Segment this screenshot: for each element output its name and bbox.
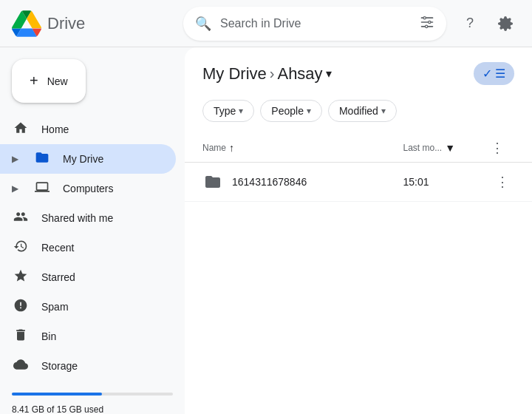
col-name: Name ↑ <box>185 134 385 163</box>
sidebar-item-my-drive[interactable]: ▶ My Drive <box>0 144 176 174</box>
col-actions: ⋮ <box>473 134 532 163</box>
sidebar-item-label: Computers <box>63 183 113 194</box>
drive-logo-icon <box>12 10 41 37</box>
spam-icon <box>12 298 30 316</box>
storage-bar-fill <box>12 393 102 396</box>
breadcrumb-current[interactable]: Ahsay ▾ <box>277 64 331 84</box>
view-list-icon: ☰ <box>495 67 505 81</box>
file-lastmod: 15:01 <box>385 163 473 202</box>
file-name-cell: 1614311678846 <box>185 163 385 202</box>
filter-modified-chevron-icon: ▾ <box>381 106 386 116</box>
new-button-label: New <box>47 75 68 87</box>
plus-icon: + <box>30 72 38 89</box>
view-check-icon: ✓ <box>482 67 492 81</box>
breadcrumb-current-label: Ahsay <box>277 64 322 84</box>
sidebar-item-starred[interactable]: Starred <box>0 262 176 292</box>
table-row[interactable]: 1614311678846 15:01 ⋮ <box>185 163 532 202</box>
help-button[interactable]: ? <box>455 9 485 38</box>
sidebar-item-label: Spam <box>41 301 69 313</box>
expand-arrow-icon: ▶ <box>12 154 18 164</box>
folder-icon <box>202 173 223 191</box>
svg-point-1 <box>429 21 431 23</box>
view-toggle: ✓ ☰ <box>474 62 514 85</box>
file-table: Name ↑ Last mo... ▼ ⋮ <box>185 134 532 202</box>
search-bar[interactable]: 🔍 <box>183 7 446 41</box>
file-name: 1614311678846 <box>232 176 307 188</box>
filter-people-button[interactable]: People ▾ <box>260 100 322 122</box>
breadcrumb: My Drive › Ahsay ▾ ✓ ☰ <box>185 47 532 94</box>
sidebar-item-label: Bin <box>41 330 56 342</box>
sidebar-item-label: Recent <box>41 242 74 254</box>
view-list-button[interactable]: ✓ ☰ <box>474 62 514 85</box>
svg-point-2 <box>426 25 428 27</box>
new-btn-wrapper: + New <box>0 53 185 115</box>
filter-modified-label: Modified <box>339 105 378 117</box>
storage-used-text: 8.41 GB of 15 GB used <box>12 404 173 414</box>
breadcrumb-root[interactable]: My Drive <box>202 64 267 84</box>
shared-icon <box>12 209 30 228</box>
filter-type-label: Type <box>214 105 236 117</box>
logo-area: Drive <box>12 10 174 37</box>
filter-modified-button[interactable]: Modified ▾ <box>328 100 397 122</box>
sidebar-item-spam[interactable]: Spam <box>0 292 176 322</box>
search-input[interactable] <box>220 17 411 30</box>
col-name-label: Name <box>202 143 226 153</box>
search-icon: 🔍 <box>195 16 211 32</box>
sidebar-bottom: 8.41 GB of 15 GB used Get more storage <box>0 381 185 414</box>
col-lastmod-sort-icon[interactable]: ▼ <box>445 142 455 154</box>
sidebar-item-label: Shared with me <box>41 212 113 224</box>
sidebar-item-storage[interactable]: Storage <box>0 351 176 381</box>
sidebar-item-label: Home <box>41 123 69 135</box>
svg-point-0 <box>423 17 426 19</box>
bin-icon <box>12 328 30 346</box>
file-more-button[interactable]: ⋮ <box>491 170 514 194</box>
sidebar-item-label: Starred <box>41 271 75 283</box>
app-name: Drive <box>47 14 85 33</box>
col-lastmod-label: Last mo... <box>403 143 442 153</box>
sidebar-item-computers[interactable]: ▶ Computers <box>0 174 176 203</box>
file-actions-cell: ⋮ <box>473 163 532 202</box>
sidebar-item-recent[interactable]: Recent <box>0 233 176 262</box>
sidebar-item-shared-with-me[interactable]: Shared with me <box>0 203 176 233</box>
sidebar-item-bin[interactable]: Bin <box>0 322 176 351</box>
search-adjust-icon[interactable] <box>420 15 434 32</box>
table-header-row: Name ↑ Last mo... ▼ ⋮ <box>185 134 532 163</box>
topbar: Drive 🔍 ? <box>0 0 532 47</box>
recent-icon <box>12 239 30 257</box>
breadcrumb-separator-icon: › <box>270 65 275 82</box>
sidebar-item-label: Storage <box>41 360 78 372</box>
more-icon: ⋮ <box>491 140 504 155</box>
storage-bar-bg <box>12 393 173 396</box>
main-layout: + New Home ▶ My Drive ▶ Computers <box>0 47 532 414</box>
expand-arrow-icon: ▶ <box>12 183 18 194</box>
filter-type-chevron-icon: ▾ <box>239 106 243 116</box>
sidebar: + New Home ▶ My Drive ▶ Computers <box>0 47 185 414</box>
breadcrumb-dropdown-icon: ▾ <box>326 67 332 81</box>
sidebar-item-label: My Drive <box>63 153 103 165</box>
content-area: My Drive › Ahsay ▾ ✓ ☰ Type ▾ People ▾ <box>185 47 532 414</box>
filter-type-button[interactable]: Type ▾ <box>202 100 254 122</box>
computers-icon <box>33 180 51 198</box>
filter-people-label: People <box>271 105 304 117</box>
starred-icon <box>12 268 30 287</box>
sidebar-item-home[interactable]: Home <box>0 115 176 144</box>
col-sort-icon[interactable]: ↑ <box>229 142 234 154</box>
new-button[interactable]: + New <box>12 59 86 103</box>
col-lastmod: Last mo... ▼ <box>385 134 473 163</box>
home-icon <box>12 121 30 139</box>
filter-people-chevron-icon: ▾ <box>307 106 311 116</box>
settings-button[interactable] <box>491 9 520 38</box>
storage-icon <box>12 357 30 376</box>
my-drive-icon <box>33 150 51 169</box>
topbar-right: ? <box>455 9 520 38</box>
filter-row: Type ▾ People ▾ Modified ▾ <box>185 94 532 134</box>
